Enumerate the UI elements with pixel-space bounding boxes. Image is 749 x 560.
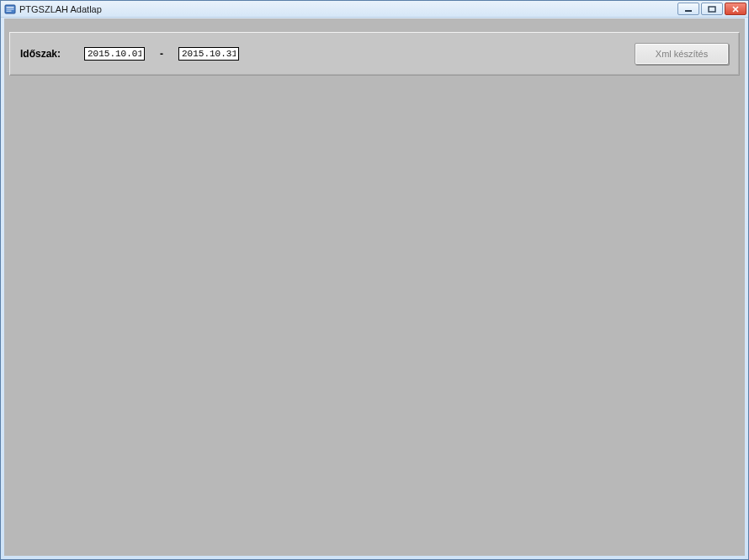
maximize-button[interactable] (701, 3, 723, 15)
svg-rect-2 (7, 8, 14, 9)
svg-rect-3 (7, 10, 12, 11)
window-title: PTGSZLAH Adatlap (19, 4, 102, 14)
app-window: PTGSZLAH Adatlap Időszak: - Xml ké (0, 0, 749, 560)
close-button[interactable] (725, 3, 746, 15)
title-bar: PTGSZLAH Adatlap (1, 1, 748, 18)
title-left: PTGSZLAH Adatlap (4, 3, 102, 15)
window-controls (677, 3, 746, 15)
svg-rect-1 (7, 7, 14, 8)
date-from-input[interactable] (84, 47, 145, 61)
period-label: Időszak: (20, 48, 61, 60)
filter-panel: Időszak: - Xml készítés (9, 32, 740, 76)
svg-rect-4 (685, 10, 692, 12)
svg-rect-5 (709, 7, 715, 12)
date-separator: - (145, 48, 178, 60)
minimize-button[interactable] (677, 3, 699, 15)
xml-generate-button[interactable]: Xml készítés (635, 43, 729, 65)
app-icon (4, 3, 16, 15)
date-to-input[interactable] (178, 47, 239, 61)
client-area: Időszak: - Xml készítés (4, 18, 745, 556)
